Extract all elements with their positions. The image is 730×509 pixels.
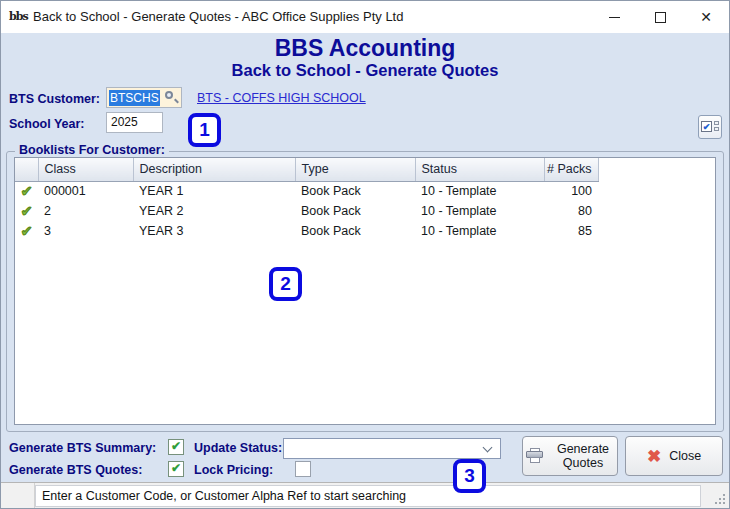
app-window: bbs Back to School - Generate Quotes - A… [0,0,730,509]
generate-summary-checkbox[interactable] [168,439,184,455]
search-icon [165,91,178,104]
cell-type: Book Pack [295,221,415,241]
column-header-type[interactable]: Type [295,158,415,181]
cell-status: 10 - Template [415,201,544,221]
row-select-cell: ✔ [15,221,38,241]
column-header-packs[interactable]: # Packs [544,158,598,181]
status-bar: Enter a Customer Code, or Customer Alpha… [1,482,729,508]
customer-lookup-button[interactable] [161,88,181,107]
green-check-icon: ✔ [21,183,33,199]
bts-customer-value: BTSCHS [107,91,160,105]
resize-grip[interactable] [723,502,725,504]
bts-customer-label: BTS Customer: [9,92,100,106]
table-row[interactable]: ✔3YEAR 3Book Pack10 - Template85 [15,221,715,241]
status-bar-left-panel [1,483,35,508]
row-select-cell: ✔ [15,201,38,221]
page-subtitle: Back to School - Generate Quotes [1,61,729,80]
column-header-description[interactable]: Description [133,158,295,181]
checkbox-list-icon: ✔ [701,121,719,133]
school-year-input[interactable]: 2025 [106,112,163,133]
close-icon: ✕ [700,10,712,24]
column-header-status[interactable]: Status [415,158,544,181]
booklists-group-label: Booklists For Customer: [15,143,169,157]
column-options-button[interactable]: ✔ [698,115,722,139]
green-check-icon: ✔ [21,223,33,239]
cell-class: 2 [38,201,133,221]
cell-class: 3 [38,221,133,241]
minimize-button[interactable] [591,1,637,33]
table-row[interactable]: ✔000001YEAR 1Book Pack10 - Template100 [15,181,715,201]
row-select-cell: ✔ [15,181,38,201]
cell-status: 10 - Template [415,221,544,241]
cell-filler [598,201,715,221]
maximize-button[interactable] [637,1,683,33]
cell-status: 10 - Template [415,181,544,201]
annotation-marker-1: 1 [188,113,221,147]
generate-quotes-checkbox[interactable] [168,461,184,477]
generate-summary-label: Generate BTS Summary: [9,441,156,455]
cell-type: Book Pack [295,201,415,221]
minimize-icon [609,17,620,18]
cell-packs: 85 [544,221,598,241]
column-header-class[interactable]: Class [38,158,133,181]
generate-quotes-button[interactable]: Generate Quotes [522,436,618,476]
customer-name-link[interactable]: BTS - COFFS HIGH SCHOOL [197,91,366,105]
cell-description: YEAR 1 [133,181,295,201]
cell-description: YEAR 3 [133,221,295,241]
window-title: Back to School - Generate Quotes - ABC O… [33,1,403,33]
cell-description: YEAR 2 [133,201,295,221]
printer-icon [526,448,544,464]
cell-filler [598,221,715,241]
lock-pricing-label: Lock Pricing: [194,463,273,477]
page-title: BBS Accounting [1,35,729,62]
booklist-table: Class Description Type Status # Packs ✔0… [14,157,716,425]
status-message: Enter a Customer Code, or Customer Alpha… [35,485,701,507]
annotation-marker-2: 2 [269,267,302,301]
booklist-table-body: ✔000001YEAR 1Book Pack10 - Template100✔2… [15,181,715,241]
cell-packs: 100 [544,181,598,201]
update-status-label: Update Status: [194,441,282,455]
generate-quotes-button-label: Generate Quotes [552,442,614,470]
cell-filler [598,181,715,201]
chevron-down-icon [483,443,493,453]
column-header-filler [598,158,715,181]
booklists-groupbox: Booklists For Customer: Class Descriptio… [6,151,724,432]
cell-type: Book Pack [295,181,415,201]
table-row[interactable]: ✔2YEAR 2Book Pack10 - Template80 [15,201,715,221]
update-status-dropdown[interactable] [283,438,501,459]
green-check-icon: ✔ [21,203,33,219]
school-year-label: School Year: [9,117,85,131]
close-button-label: Close [669,449,701,463]
table-header-row: Class Description Type Status # Packs [15,158,715,181]
cell-packs: 80 [544,201,598,221]
column-header-select[interactable] [15,158,38,181]
maximize-icon [655,12,666,23]
lock-pricing-checkbox[interactable] [295,461,311,477]
bts-customer-input[interactable]: BTSCHS [106,87,182,108]
app-logo-icon: bbs [9,7,29,27]
red-x-icon: ✖ [647,448,661,465]
cell-class: 000001 [38,181,133,201]
title-bar: bbs Back to School - Generate Quotes - A… [1,1,729,33]
generate-quotes-label: Generate BTS Quotes: [9,463,142,477]
close-window-button[interactable]: ✕ [683,1,729,33]
annotation-marker-3: 3 [453,459,486,493]
close-button[interactable]: ✖ Close [625,436,723,476]
